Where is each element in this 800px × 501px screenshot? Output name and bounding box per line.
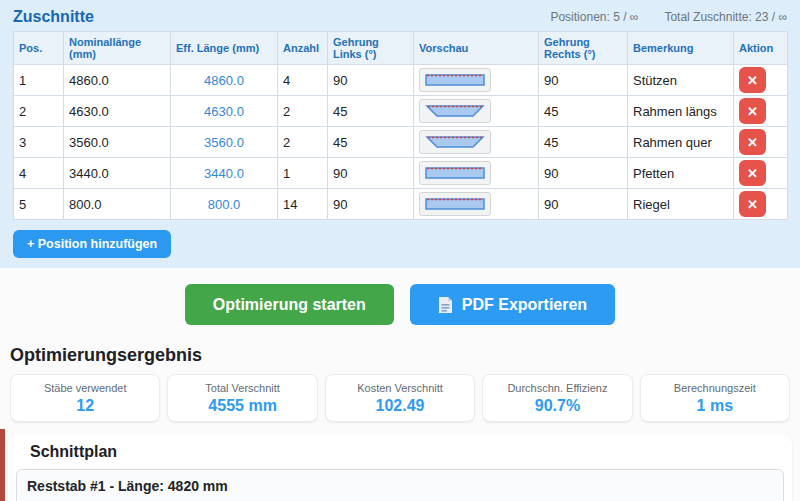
stat-value: 102.49 — [328, 397, 472, 415]
results-section: Optimierungsergebnis Stäbe verwendet 12 … — [0, 345, 800, 422]
anzahl-field[interactable]: 4 — [278, 65, 328, 96]
eff-field[interactable]: 4860.0 — [171, 65, 278, 96]
nominal-field[interactable]: 4630.0 — [64, 96, 171, 127]
bemerkung-field[interactable]: Riegel — [628, 189, 734, 220]
gehrung-links-field[interactable]: 90 — [328, 65, 414, 96]
export-pdf-label: PDF Exportieren — [462, 296, 587, 314]
preview-rect-icon — [419, 161, 491, 185]
stat-card-effizienz: Durchschn. Effizienz 90.7% — [482, 374, 632, 422]
gehrung-rechts-field[interactable]: 45 — [539, 127, 628, 158]
gehrung-rechts-field[interactable]: 45 — [539, 96, 628, 127]
col-aktion: Aktion — [734, 32, 788, 65]
col-nominal: Nominallänge (mm) — [64, 32, 171, 65]
stat-label: Durchschn. Effizienz — [485, 382, 629, 394]
reststab-card: Reststab #1 - Länge: 4820 mm Zuschnitte:… — [16, 469, 784, 501]
stat-label: Kosten Verschnitt — [328, 382, 472, 394]
eff-field[interactable]: 3440.0 — [171, 158, 278, 189]
preview-trapezoid-icon — [419, 99, 491, 123]
col-eff: Eff. Länge (mm) — [171, 32, 278, 65]
nominal-field[interactable]: 3560.0 — [64, 127, 171, 158]
eff-field[interactable]: 800.0 — [171, 189, 278, 220]
bemerkung-field[interactable]: Stützen — [628, 65, 734, 96]
anzahl-field[interactable]: 1 — [278, 158, 328, 189]
stat-label: Berechnungszeit — [643, 382, 787, 394]
stat-card-verschnitt: Total Verschnitt 4555 mm — [167, 374, 317, 422]
stat-card-staebe: Stäbe verwendet 12 — [10, 374, 160, 422]
gehrung-links-field[interactable]: 90 — [328, 158, 414, 189]
bemerkung-field[interactable]: Pfetten — [628, 158, 734, 189]
col-gehrung-links: Gehrung Links (°) — [328, 32, 414, 65]
start-optimization-label: Optimierung starten — [213, 296, 366, 314]
panel-counters: Positionen: 5 / ∞ Total Zuschnitte: 23 /… — [550, 10, 787, 24]
stat-value: 4555 mm — [170, 397, 314, 415]
anzahl-field[interactable]: 14 — [278, 189, 328, 220]
delete-row-button[interactable]: ✕ — [739, 160, 766, 186]
anzahl-field[interactable]: 2 — [278, 96, 328, 127]
col-gehrung-rechts: Gehrung Rechts (°) — [539, 32, 628, 65]
pos-cell: 2 — [14, 96, 64, 127]
table-row: 1 4860.0 4860.0 4 90 90 Stützen ✕ — [14, 65, 788, 96]
pos-cell: 1 — [14, 65, 64, 96]
nominal-field[interactable]: 3440.0 — [64, 158, 171, 189]
preview-trapezoid-icon — [419, 130, 491, 154]
stat-value: 1 ms — [643, 397, 787, 415]
panel-title: Zuschnitte — [13, 8, 94, 26]
stat-label: Total Verschnitt — [170, 382, 314, 394]
eff-field[interactable]: 3560.0 — [171, 127, 278, 158]
stat-value: 90.7% — [485, 397, 629, 415]
nominal-field[interactable]: 800.0 — [64, 189, 171, 220]
export-pdf-button[interactable]: PDF Exportieren — [410, 284, 615, 325]
results-title: Optimierungsergebnis — [10, 345, 790, 366]
preview-rect-icon — [419, 68, 491, 92]
pos-cell: 4 — [14, 158, 64, 189]
delete-row-button[interactable]: ✕ — [739, 67, 766, 93]
table-row: 3 3560.0 3560.0 2 45 45 Rahmen quer ✕ — [14, 127, 788, 158]
action-bar: Optimierung starten PDF Exportieren — [0, 268, 800, 343]
delete-row-button[interactable]: ✕ — [739, 98, 766, 124]
nominal-field[interactable]: 4860.0 — [64, 65, 171, 96]
gehrung-links-field[interactable]: 45 — [328, 127, 414, 158]
col-bemerkung: Bemerkung — [628, 32, 734, 65]
pos-cell: 5 — [14, 189, 64, 220]
stat-label: Stäbe verwendet — [13, 382, 157, 394]
stats-row: Stäbe verwendet 12 Total Verschnitt 4555… — [10, 374, 790, 422]
gehrung-rechts-field[interactable]: 90 — [539, 189, 628, 220]
gehrung-links-field[interactable]: 45 — [328, 96, 414, 127]
zuschnitte-panel: Zuschnitte Positionen: 5 / ∞ Total Zusch… — [0, 0, 800, 268]
table-row: 4 3440.0 3440.0 1 90 90 Pfetten ✕ — [14, 158, 788, 189]
schnittplan-title: Schnittplan — [30, 443, 784, 461]
cuts-table: Pos. Nominallänge (mm) Eff. Länge (mm) A… — [13, 31, 788, 220]
gehrung-rechts-field[interactable]: 90 — [539, 65, 628, 96]
pos-cell: 3 — [14, 127, 64, 158]
positions-counter: Positionen: 5 / ∞ — [550, 10, 638, 24]
total-cuts-counter: Total Zuschnitte: 23 / ∞ — [664, 10, 787, 24]
stat-card-kosten: Kosten Verschnitt 102.49 — [325, 374, 475, 422]
anzahl-field[interactable]: 2 — [278, 127, 328, 158]
stat-card-zeit: Berechnungszeit 1 ms — [640, 374, 790, 422]
stat-value: 12 — [13, 397, 157, 415]
table-header-row: Pos. Nominallänge (mm) Eff. Länge (mm) A… — [14, 32, 788, 65]
reststab-title: Reststab #1 - Länge: 4820 mm — [27, 478, 773, 494]
bemerkung-field[interactable]: Rahmen längs — [628, 96, 734, 127]
table-row: 2 4630.0 4630.0 2 45 45 Rahmen längs ✕ — [14, 96, 788, 127]
start-optimization-button[interactable]: Optimierung starten — [185, 284, 394, 325]
panel-header: Zuschnitte Positionen: 5 / ∞ Total Zusch… — [13, 6, 787, 28]
table-row: 5 800.0 800.0 14 90 90 Riegel ✕ — [14, 189, 788, 220]
col-vorschau: Vorschau — [414, 32, 539, 65]
col-pos: Pos. — [14, 32, 64, 65]
eff-field[interactable]: 4630.0 — [171, 96, 278, 127]
delete-row-button[interactable]: ✕ — [739, 129, 766, 155]
bemerkung-field[interactable]: Rahmen quer — [628, 127, 734, 158]
add-position-button[interactable]: + Position hinzufügen — [13, 230, 171, 258]
delete-row-button[interactable]: ✕ — [739, 191, 766, 217]
preview-rect-icon — [419, 192, 491, 216]
gehrung-rechts-field[interactable]: 90 — [539, 158, 628, 189]
col-anzahl: Anzahl — [278, 32, 328, 65]
left-edge-red-strip — [0, 429, 5, 501]
gehrung-links-field[interactable]: 90 — [328, 189, 414, 220]
schnittplan-section: Schnittplan Reststab #1 - Länge: 4820 mm… — [8, 434, 792, 501]
pdf-file-icon — [438, 296, 453, 314]
